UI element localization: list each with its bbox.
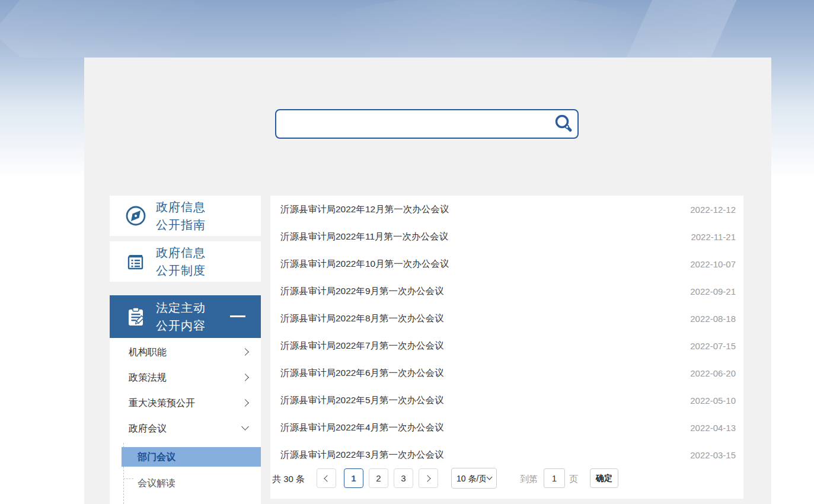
page-button-1[interactable]: 1 [344,468,363,488]
article-link[interactable]: 沂源县审计局2022年10月第一次办公会议 [280,258,449,270]
article-date: 2022-12-12 [690,205,736,215]
article-date: 2022-05-10 [690,395,736,406]
sidebar-item-gov-meetings[interactable]: 政府会议 [110,416,261,441]
sidebar-item-legal-disclosure[interactable]: 法定主动 公开内容 [110,295,261,338]
menu-item-label: 重大决策预公开 [129,398,195,408]
article-list: 沂源县审计局2022年12月第一次办公会议 2022-12-12 沂源县审计局2… [270,196,743,499]
article-date: 2022-07-15 [690,341,736,351]
total-count-label: 共 30 条 [272,474,305,485]
article-date: 2022-10-07 [690,259,736,269]
compass-icon [124,204,148,228]
sidebar-item-gov-info-guide[interactable]: 政府信息 公开指南 [110,196,261,236]
article-link[interactable]: 沂源县审计局2022年11月第一次办公会议 [280,231,448,243]
page: 政府信息 公开指南 政府信息 公开制度 [0,0,814,504]
notebook-icon [124,250,148,273]
banner-streak [308,0,664,58]
article-date: 2022-09-21 [690,286,736,296]
article-link[interactable]: 沂源县审计局2022年12月第一次办公会议 [280,203,449,216]
sidebar-card-label: 公开制度 [156,261,206,279]
article-date: 2022-04-13 [690,423,736,433]
top-banner [0,0,814,58]
sidebar-item-policies[interactable]: 政策法规 [110,365,261,390]
sidebar-item-meeting-interpretation[interactable]: 会议解读 [138,474,175,492]
chevron-right-icon [241,399,249,407]
article-link[interactable]: 沂源县审计局2022年7月第一次办公会议 [280,340,444,352]
list-item: 沂源县审计局2022年3月第一次办公会议 2022-03-15 [270,441,743,468]
magnifier-icon [552,113,574,135]
search-input[interactable] [276,110,549,138]
page-size-select[interactable]: 10 条/页 [451,468,497,489]
article-date: 2022-06-20 [690,368,736,378]
goto-page-prefix: 到第 [520,474,538,485]
article-link[interactable]: 沂源县审计局2022年9月第一次办公会议 [280,285,444,298]
prev-page-button[interactable] [317,468,336,488]
banner-streak [0,0,209,58]
chevron-right-icon [241,348,249,356]
menu-item-label: 政府会议 [129,423,167,433]
submenu-item-label: 会议解读 [138,478,175,488]
goto-page-suffix: 页 [569,474,578,485]
list-item: 沂源县审计局2022年8月第一次办公会议 2022-08-18 [270,305,743,332]
sidebar-card-label: 公开内容 [156,317,206,334]
article-date: 2022-11-21 [691,232,736,242]
sidebar-card-label: 公开指南 [156,216,206,234]
sidebar-card-label: 政府信息 [156,198,206,216]
article-link[interactable]: 沂源县审计局2022年3月第一次办公会议 [280,449,444,461]
list-item: 沂源县审计局2022年11月第一次办公会议 2022-11-21 [270,223,743,250]
chevron-down-icon [241,423,249,430]
list-item: 沂源县审计局2022年5月第一次办公会议 2022-05-10 [270,387,743,414]
goto-page-input[interactable] [544,468,565,488]
list-item: 沂源县审计局2022年9月第一次办公会议 2022-09-21 [270,277,743,305]
sidebar-item-org-functions[interactable]: 机构职能 [110,339,261,365]
list-item: 沂源县审计局2022年10月第一次办公会议 2022-10-07 [270,250,743,277]
chevron-left-icon [324,475,330,481]
chevron-right-icon [241,374,249,381]
sidebar-item-department-meetings[interactable]: 部门会议 [122,447,261,467]
sidebar-menu: 机构职能 政策法规 重大决策预公开 政府会议 [110,338,261,504]
page-size-select-wrap: 10 条/页 [451,468,497,489]
article-link[interactable]: 沂源县审计局2022年4月第一次办公会议 [280,422,444,434]
sidebar-item-major-decisions[interactable]: 重大决策预公开 [110,390,261,416]
list-item: 沂源县审计局2022年7月第一次办公会议 2022-07-15 [270,332,743,359]
article-link[interactable]: 沂源县审计局2022年5月第一次办公会议 [280,394,444,407]
article-link[interactable]: 沂源县审计局2022年6月第一次办公会议 [280,367,444,379]
menu-item-label: 政策法规 [129,372,167,382]
chevron-right-icon [424,475,430,481]
menu-item-label: 机构职能 [129,347,167,357]
search-box [275,109,579,139]
pagination: 共 30 条 1 2 3 10 条/页 到第 页 确定 [270,468,743,499]
sidebar-item-gov-info-system[interactable]: 政府信息 公开制度 [110,241,261,282]
sidebar-card-label: 法定主动 [156,299,206,317]
clipboard-pencil-icon [124,305,148,328]
tree-line [123,479,133,479]
search-button[interactable] [549,110,577,138]
sidebar-card-label: 政府信息 [156,244,206,261]
next-page-button[interactable] [419,468,438,488]
page-button-2[interactable]: 2 [369,468,388,488]
article-link[interactable]: 沂源县审计局2022年8月第一次办公会议 [280,312,444,325]
minus-icon [230,315,245,317]
list-item: 沂源县审计局2022年4月第一次办公会议 2022-04-13 [270,414,743,441]
submenu-item-label: 部门会议 [138,452,175,462]
article-date: 2022-08-18 [690,314,736,324]
confirm-button[interactable]: 确定 [590,468,618,488]
page-button-3[interactable]: 3 [394,468,413,488]
list-item: 沂源县审计局2022年12月第一次办公会议 2022-12-12 [270,196,743,223]
list-item: 沂源县审计局2022年6月第一次办公会议 2022-06-20 [270,359,743,387]
article-date: 2022-03-15 [690,450,736,460]
